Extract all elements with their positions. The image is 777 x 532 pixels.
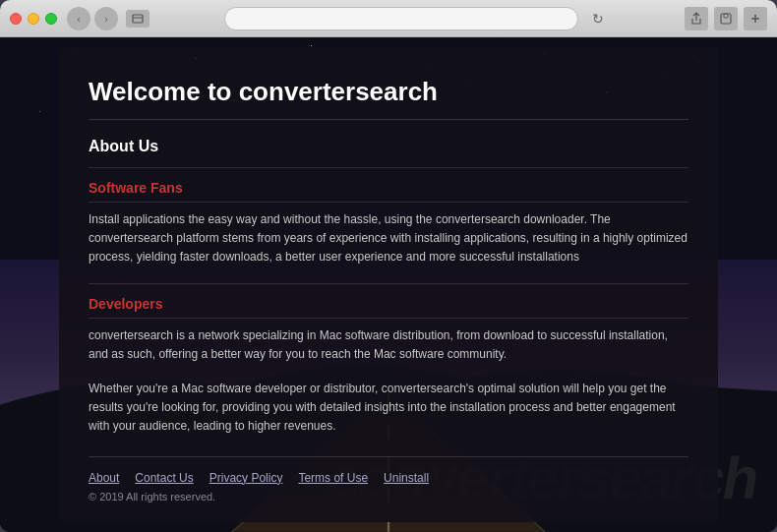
footer-link-uninstall[interactable]: Uninstall: [384, 471, 429, 485]
toolbar-right: [685, 7, 767, 30]
share-button[interactable]: [685, 7, 708, 30]
browser-window: ‹ › ↻: [0, 0, 777, 532]
reload-button[interactable]: ↻: [586, 7, 610, 30]
new-tab-button[interactable]: [714, 7, 738, 30]
developers-text-2: Whether you're a Mac software developer …: [89, 380, 688, 437]
add-tab-button[interactable]: [744, 7, 767, 30]
developers-text-1: convertersearch is a network specializin…: [89, 326, 688, 364]
footer-link-terms[interactable]: Terms of Use: [298, 471, 368, 485]
forward-button[interactable]: ›: [94, 7, 118, 30]
traffic-lights: [10, 13, 57, 25]
nav-buttons: ‹ ›: [67, 7, 118, 30]
footer-link-about[interactable]: About: [89, 471, 119, 485]
svg-rect-3: [724, 14, 728, 18]
svg-rect-2: [721, 14, 731, 24]
titlebar: ‹ › ↻: [0, 0, 777, 37]
software-fans-text: Install applications the easy way and wi…: [89, 210, 688, 267]
footer-copyright: © 2019 All rights reserved.: [89, 491, 688, 502]
content-panel[interactable]: Welcome to convertersearch About Us Soft…: [59, 47, 718, 522]
back-button[interactable]: ‹: [67, 7, 90, 30]
address-bar-container: ↻: [157, 7, 677, 30]
developers-heading: Developers: [89, 296, 688, 319]
divider-2: [89, 283, 688, 284]
footer-links: About Contact Us Privacy Policy Terms of…: [89, 471, 688, 485]
page-title: Welcome to convertersearch: [89, 77, 688, 120]
divider-1: [89, 167, 688, 168]
about-us-heading: About Us: [89, 138, 688, 155]
svg-rect-0: [133, 15, 143, 23]
close-button[interactable]: [10, 13, 22, 25]
browser-content: convertersearch Welcome to convertersear…: [0, 37, 777, 532]
footer-link-contact[interactable]: Contact Us: [135, 471, 193, 485]
minimize-button[interactable]: [28, 13, 39, 25]
footer: About Contact Us Privacy Policy Terms of…: [89, 456, 688, 502]
tab-overview-button[interactable]: [126, 10, 149, 28]
footer-link-privacy[interactable]: Privacy Policy: [209, 471, 283, 485]
address-bar[interactable]: [224, 7, 578, 30]
software-fans-heading: Software Fans: [89, 180, 688, 203]
maximize-button[interactable]: [45, 13, 57, 25]
